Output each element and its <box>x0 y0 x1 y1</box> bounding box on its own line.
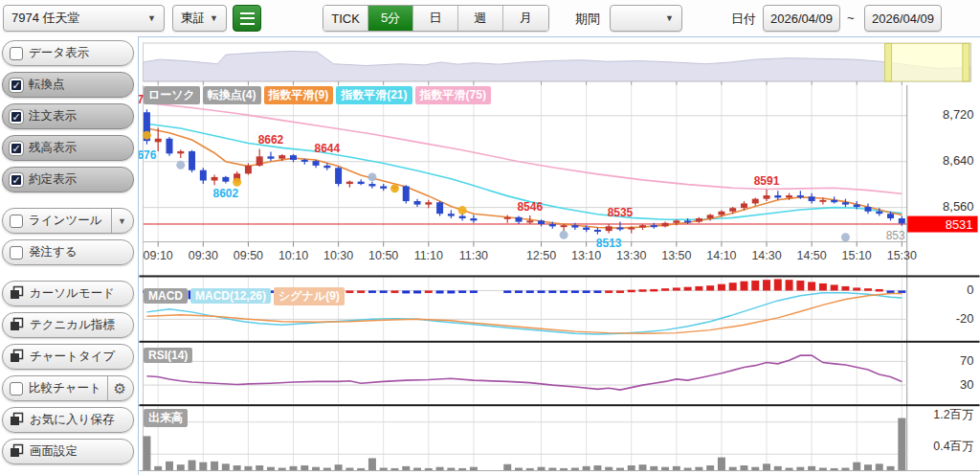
panel-copy-icon <box>10 412 24 429</box>
nav-selection-handle-right[interactable] <box>963 43 969 80</box>
candle <box>673 220 679 222</box>
volume-bar <box>368 458 376 470</box>
nav-selection-handle-left[interactable] <box>885 43 892 80</box>
checkbox-icon[interactable] <box>10 47 23 60</box>
time-axis-label: 09:30 <box>189 249 218 262</box>
volume-bar <box>234 465 241 470</box>
sidebar-button-3[interactable]: ✓注文表示 <box>2 103 134 129</box>
interval-button-日[interactable]: 日 <box>413 6 458 31</box>
checkbox-icon[interactable] <box>10 382 23 396</box>
macd-histogram-bar <box>887 290 895 292</box>
macd-histogram-bar <box>729 283 737 290</box>
volume-bar <box>267 467 275 470</box>
candle <box>854 205 860 207</box>
candle <box>470 218 477 220</box>
checkbox-checked-icon[interactable]: ✓ <box>10 110 23 124</box>
price-annotations: 7266768662860286448546853585138591 <box>139 93 780 249</box>
price-annotation: 8662 <box>258 133 284 147</box>
sidebar-button-13[interactable]: 画面設定 <box>2 439 134 464</box>
sidebar-button-10[interactable]: チャートタイプ <box>2 344 134 370</box>
time-axis-label: 09:10 <box>144 249 173 262</box>
macd-histogram-bar <box>763 280 770 290</box>
volume-bar <box>323 467 331 470</box>
chevron-down-icon: ▼ <box>210 13 218 23</box>
macd-histogram-bar <box>503 290 511 292</box>
candle <box>526 220 533 222</box>
sidebar-button-5[interactable]: ✓約定表示 <box>2 167 134 192</box>
sidebar-button-8[interactable]: カーソルモード <box>2 281 134 306</box>
volume-bar <box>729 467 737 470</box>
volume-bar <box>774 466 782 470</box>
candle <box>764 195 770 199</box>
candle <box>403 186 410 201</box>
interval-button-月[interactable]: 月 <box>503 6 548 31</box>
rsi-axis-label: 30 <box>960 377 973 392</box>
volume-bar <box>571 467 579 470</box>
candle <box>212 177 218 181</box>
sidebar-button-label: 注文表示 <box>29 108 77 124</box>
toolbar: 7974 任天堂 ▼ 東証 ▼ TICK5分日週月 期間 ▼ 日付 ~ <box>0 0 980 36</box>
date-to-input[interactable] <box>864 5 942 32</box>
macd-histogram-bar <box>684 287 692 291</box>
checkbox-checked-icon[interactable]: ✓ <box>10 142 23 155</box>
candle <box>448 214 455 215</box>
candle <box>786 195 792 197</box>
time-axis-label: 10:10 <box>278 249 308 262</box>
symbol-list-button[interactable] <box>233 5 261 32</box>
interval-button-group: TICK5分日週月 <box>323 5 549 32</box>
legend-badge: ローソク <box>144 86 200 104</box>
candle <box>200 170 207 181</box>
sidebar-button-4[interactable]: ✓残高表示 <box>2 135 134 161</box>
gear-icon[interactable]: ⚙ <box>107 376 126 400</box>
time-axis-label: 13:50 <box>661 249 691 262</box>
checkbox-checked-icon[interactable]: ✓ <box>10 79 23 92</box>
interval-button-TICK[interactable]: TICK <box>323 6 368 31</box>
macd-histogram-bar <box>774 279 782 290</box>
sidebar-button-12[interactable]: お気に入り保存 <box>2 407 134 433</box>
sidebar-button-9[interactable]: テクニカル指標 <box>2 312 134 338</box>
macd-histogram-bar <box>740 282 747 291</box>
checkbox-icon[interactable] <box>10 246 23 260</box>
nav-selection[interactable] <box>885 43 969 80</box>
checkbox-icon[interactable] <box>10 215 23 228</box>
ema-line <box>146 103 902 194</box>
macd-histogram-bar <box>470 290 478 292</box>
candle <box>189 151 195 170</box>
volume-bar <box>402 466 410 470</box>
volume-bar <box>301 465 308 470</box>
candle <box>651 225 657 227</box>
volume-bar <box>357 468 365 470</box>
sidebar-button-7[interactable]: 発注する <box>2 239 134 265</box>
interval-button-週[interactable]: 週 <box>458 6 503 31</box>
sidebar-button-label: 画面設定 <box>30 443 78 460</box>
time-axis-label: 10:30 <box>323 249 353 262</box>
candle <box>290 155 297 160</box>
volume-bar <box>718 458 725 470</box>
price-annotation: 8602 <box>213 187 239 200</box>
sidebar-button-2[interactable]: ✓転換点 <box>2 72 134 98</box>
macd-histogram-bar <box>425 290 433 292</box>
sidebar-button-1[interactable]: データ表示 <box>2 40 134 66</box>
date-from-input[interactable] <box>763 5 840 32</box>
candle <box>346 182 353 184</box>
legend-badge: RSI(14) <box>144 348 192 363</box>
interval-button-5分[interactable]: 5分 <box>368 6 413 31</box>
checkbox-checked-icon[interactable]: ✓ <box>10 173 23 187</box>
volume-bar <box>763 464 770 470</box>
sidebar-button-11[interactable]: 比較チャート⚙ <box>2 375 134 401</box>
legend-badge: シグナル(9) <box>274 287 345 305</box>
sidebar-button-6[interactable]: ラインツール▼ <box>2 208 134 234</box>
candle <box>887 214 894 218</box>
price-annotation: 8535 <box>608 206 634 219</box>
time-axis-label: 09:50 <box>234 249 263 262</box>
volume-bar <box>887 466 895 470</box>
volume-bar <box>628 465 635 470</box>
chevron-down-icon[interactable]: ▼ <box>111 209 126 233</box>
exchange-selector[interactable]: 東証 ▼ <box>172 5 227 32</box>
candle <box>245 166 252 173</box>
candle <box>358 182 365 184</box>
period-selector[interactable]: ▼ <box>610 5 682 32</box>
trade-marker <box>560 231 568 239</box>
stock-selector[interactable]: 7974 任天堂 ▼ <box>3 5 165 32</box>
time-axis-label: 10:50 <box>368 249 398 262</box>
